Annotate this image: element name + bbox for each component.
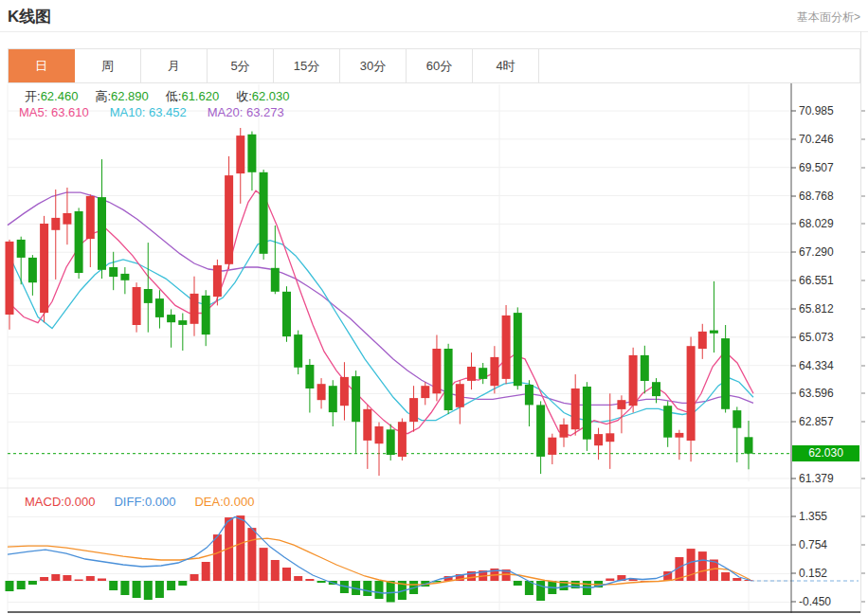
macd-bar <box>387 581 395 603</box>
candle <box>305 359 314 413</box>
macd-bar <box>202 562 210 581</box>
svg-text:68.029: 68.029 <box>799 217 834 230</box>
tab-month[interactable]: 月 <box>141 49 208 82</box>
candle <box>317 378 326 408</box>
macd-bar <box>98 579 106 582</box>
svg-text:67.290: 67.290 <box>799 245 834 259</box>
candle <box>641 346 649 394</box>
macd-bar <box>260 548 268 581</box>
macd-bar <box>63 575 71 581</box>
macd-bar <box>120 581 129 595</box>
candle <box>456 380 464 424</box>
svg-text:0.152: 0.152 <box>799 567 827 580</box>
candle <box>352 370 360 453</box>
tab-day[interactable]: 日 <box>9 49 75 82</box>
candle <box>675 430 683 460</box>
candle <box>444 344 453 414</box>
macd-bar <box>86 576 95 581</box>
macd-bar <box>167 581 175 590</box>
candle <box>260 170 268 260</box>
macd-bar <box>375 581 384 599</box>
macd-bar <box>190 574 199 581</box>
svg-text:70.246: 70.246 <box>799 133 834 146</box>
candle <box>144 243 153 333</box>
candle <box>409 386 418 432</box>
svg-text:65.073: 65.073 <box>799 331 834 344</box>
tab-week[interactable]: 周 <box>75 49 141 82</box>
candle <box>109 252 118 290</box>
macd-value: MACD:0.000 <box>25 495 95 509</box>
candle <box>525 380 533 426</box>
macd-bar <box>271 560 280 581</box>
macd-bar <box>536 581 545 601</box>
candle <box>745 421 753 469</box>
macd-bar <box>155 581 164 598</box>
kline-page: K线图 基本面分析> 日 周 月 5分 15分 30分 60分 4时 开:62.… <box>0 0 868 614</box>
candle <box>583 382 591 451</box>
svg-text:61.379: 61.379 <box>799 472 834 485</box>
tab-30min[interactable]: 30分 <box>340 49 407 82</box>
candle <box>6 240 14 330</box>
candle <box>560 419 569 447</box>
candle <box>548 434 556 464</box>
macd-bar <box>144 581 153 600</box>
open-value: 开:62.460 <box>25 88 78 105</box>
candle <box>467 352 476 389</box>
candle <box>387 424 395 460</box>
candle <box>28 255 37 296</box>
candle <box>721 325 730 413</box>
dea-value: DEA:0.000 <box>194 495 254 509</box>
candle <box>86 194 95 267</box>
candle <box>710 281 718 352</box>
tab-4hour[interactable]: 4时 <box>473 49 539 82</box>
candle <box>629 348 638 413</box>
svg-text:69.507: 69.507 <box>799 161 834 174</box>
macd-bar <box>247 528 256 581</box>
candle <box>282 286 291 342</box>
macd-bar <box>305 579 314 581</box>
ma10-value: MA10: 63.452 <box>110 105 187 119</box>
svg-text:65.812: 65.812 <box>799 302 834 316</box>
macd-legend: MACD:0.000 DIFF:0.000 DEA:0.000 <box>25 495 254 509</box>
candle <box>375 423 384 477</box>
candle <box>236 128 244 204</box>
candle <box>732 406 741 462</box>
candle <box>75 208 83 279</box>
macd-bar <box>51 574 60 581</box>
macd-bar <box>178 581 187 586</box>
macd-bar <box>40 577 48 581</box>
candle <box>687 337 696 462</box>
svg-text:62.857: 62.857 <box>799 415 834 428</box>
candle <box>432 335 441 402</box>
svg-text:-0.450: -0.450 <box>799 595 831 608</box>
svg-text:64.334: 64.334 <box>799 359 834 372</box>
candle <box>17 237 26 285</box>
last-price-badge: 62.030 <box>792 445 859 461</box>
close-value: 收:62.030 <box>236 88 289 105</box>
candle <box>271 226 280 294</box>
ma20-value: MA20: 63.273 <box>208 105 284 119</box>
tab-5min[interactable]: 5分 <box>208 49 274 82</box>
macd-bar <box>109 581 118 590</box>
svg-text:66.551: 66.551 <box>799 274 834 287</box>
candle <box>178 314 187 352</box>
candle <box>398 419 407 461</box>
tab-15min[interactable]: 15分 <box>274 49 340 82</box>
candle <box>155 290 164 328</box>
macd-bar <box>75 580 83 582</box>
macd-bar <box>236 515 244 581</box>
candle <box>663 401 672 446</box>
ma-legend: MA5: 63.610 MA10: 63.452 MA20: 63.273 <box>19 105 284 119</box>
tab-60min[interactable]: 60分 <box>407 49 473 82</box>
candle <box>167 309 175 347</box>
candle <box>514 307 522 389</box>
candle <box>190 277 199 336</box>
svg-text:1.355: 1.355 <box>799 510 827 523</box>
candle <box>98 159 106 279</box>
candle <box>202 290 210 346</box>
svg-text:68.768: 68.768 <box>799 190 834 203</box>
high-value: 高:62.890 <box>95 88 148 105</box>
candle <box>133 282 141 333</box>
macd-bar <box>732 578 741 581</box>
macd-bar <box>317 581 326 583</box>
